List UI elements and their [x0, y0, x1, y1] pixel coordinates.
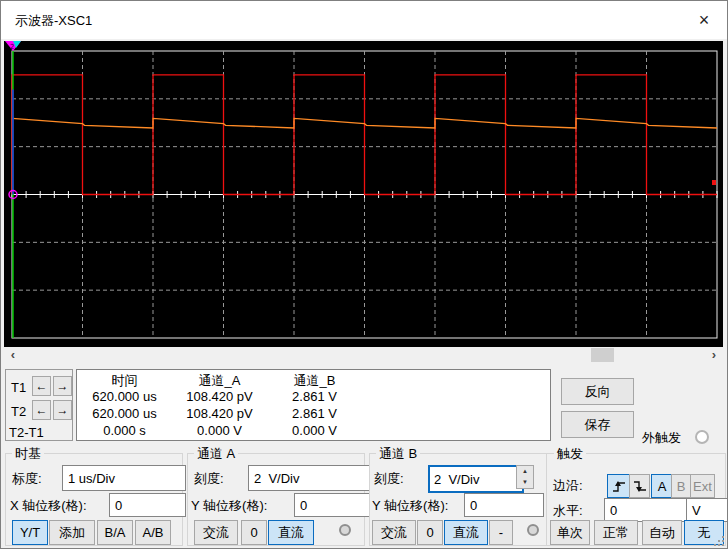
reverse-button[interactable]: 反向	[561, 378, 634, 405]
scope-svg: 2	[4, 41, 723, 347]
channel-b-title: 通道 B	[376, 445, 420, 463]
channel-b-dc-button[interactable]: 直流	[444, 520, 488, 545]
t2-channel-b: 2.861 V	[267, 406, 362, 423]
trigger-source-a-button[interactable]: A	[651, 474, 673, 498]
trigger-level-unit-select[interactable]: V	[686, 498, 728, 522]
t1-channel-a: 108.420 pV	[172, 389, 267, 406]
trigger-title: 触发	[554, 445, 586, 463]
trigger-level-input[interactable]: 0	[604, 498, 692, 522]
scope-scrollbar[interactable]: ‹ ›	[4, 347, 723, 364]
ext-trigger-terminal[interactable]	[695, 430, 709, 444]
t1-channel-b: 2.861 V	[267, 389, 362, 406]
trigger-auto-button[interactable]: 自动	[642, 520, 682, 545]
timebase-mode-ba-button[interactable]: B/A	[97, 520, 133, 545]
ext-trigger-label: 外触发	[642, 429, 681, 447]
trace-a-right-marker	[712, 180, 716, 185]
diff-channel-a: 0.000 V	[172, 423, 267, 440]
timebase-group: 时基 标度: 1 us/Div X 轴位移(格): 0 Y/T 添加 B/A A…	[5, 453, 183, 546]
timebase-xpos-input[interactable]: 0	[109, 493, 186, 517]
cursor-diff-label: T2-T1	[9, 425, 44, 440]
t2-left-button[interactable]: ←	[32, 400, 51, 420]
channel-b-scale-spinner[interactable]: ▲ ▼	[516, 465, 534, 489]
scroll-right-icon[interactable]: ›	[707, 348, 721, 362]
trigger-rising-edge-button[interactable]	[607, 474, 630, 498]
trigger-source-b-button[interactable]: B	[671, 474, 691, 498]
spinner-up-icon[interactable]: ▲	[517, 466, 533, 477]
t2-right-button[interactable]: →	[53, 400, 72, 420]
channel-a-scale-label: 刻度:	[194, 470, 224, 488]
t1-left-button[interactable]: ←	[32, 376, 51, 396]
channel-a-zero-button[interactable]: 0	[241, 520, 267, 545]
scope-display[interactable]: 2	[4, 41, 723, 347]
timebase-mode-ab-button[interactable]: A/B	[135, 520, 171, 545]
trace-channel-a	[12, 75, 717, 195]
resize-grip[interactable]	[713, 535, 725, 547]
timebase-xpos-label: X 轴位移(格):	[10, 497, 87, 515]
channel-b-group: 通道 B 刻度: 2 V/Div ▲ ▼ Y 轴位移(格): 0 交流 0 直流…	[369, 453, 547, 546]
trigger-edge-label: 边沿:	[553, 477, 583, 495]
channel-b-ypos-input[interactable]: 0	[464, 493, 544, 517]
col-channel-b: 通道_B	[267, 372, 362, 389]
channel-a-ypos-input[interactable]: 0	[294, 493, 371, 517]
t2-time: 620.000 us	[77, 406, 172, 423]
cursor-t2-label: T2	[11, 404, 26, 419]
readout-row-diff: 0.000 s 0.000 V 0.000 V	[77, 423, 550, 440]
cursor-t1-label: T1	[11, 380, 26, 395]
timebase-scale-label: 标度:	[12, 470, 42, 488]
window-title: 示波器-XSC1	[15, 12, 92, 30]
oscilloscope-window: 示波器-XSC1 × 2 ‹ › T1 ← → T2 ← → T2-T1 时间 …	[0, 0, 728, 549]
cursor-badge: 2	[10, 43, 14, 51]
channel-a-ac-button[interactable]: 交流	[194, 520, 238, 545]
trigger-normal-button[interactable]: 正常	[594, 520, 638, 545]
channel-a-title: 通道 A	[194, 445, 238, 463]
cursor-panel: T1 ← → T2 ← → T2-T1	[5, 369, 73, 441]
spinner-down-icon[interactable]: ▼	[517, 477, 533, 488]
timebase-mode-yt-button[interactable]: Y/T	[12, 520, 48, 545]
readout-row-t1: 620.000 us 108.420 pV 2.861 V	[77, 389, 550, 406]
channel-a-scale-input[interactable]: 2 V/Div	[248, 465, 371, 491]
close-icon[interactable]: ×	[689, 8, 719, 33]
readout-row-t2: 620.000 us 108.420 pV 2.861 V	[77, 406, 550, 423]
diff-time: 0.000 s	[77, 423, 172, 440]
rising-edge-icon	[612, 479, 626, 493]
t2-channel-a: 108.420 pV	[172, 406, 267, 423]
channel-a-dc-button[interactable]: 直流	[268, 520, 314, 545]
falling-edge-icon	[633, 479, 647, 493]
t1-time: 620.000 us	[77, 389, 172, 406]
scroll-left-icon[interactable]: ‹	[6, 348, 20, 362]
timebase-scale-input[interactable]: 1 us/Div	[62, 465, 186, 491]
channel-b-minus-button[interactable]: -	[489, 520, 513, 545]
readout-table: 时间 通道_A 通道_B 620.000 us 108.420 pV 2.861…	[76, 369, 551, 441]
col-time: 时间	[77, 372, 172, 389]
trigger-level-label: 水平:	[553, 502, 583, 520]
trigger-group: 触发 边沿: A B Ext 水平: 0 V 单次 正常 自动 无	[546, 453, 726, 546]
col-channel-a: 通道_A	[172, 372, 267, 389]
channel-b-terminal[interactable]	[527, 524, 539, 536]
scrollbar-thumb[interactable]	[591, 348, 614, 362]
diff-channel-b: 0.000 V	[267, 423, 362, 440]
title-bar[interactable]: 示波器-XSC1 ×	[1, 1, 727, 39]
channel-b-zero-button[interactable]: 0	[417, 520, 443, 545]
channel-b-ac-button[interactable]: 交流	[372, 520, 416, 545]
t1-right-button[interactable]: →	[53, 376, 72, 396]
channel-b-scale-label: 刻度:	[374, 470, 404, 488]
timebase-title: 时基	[12, 445, 44, 463]
channel-a-group: 通道 A 刻度: 2 V/Div Y 轴位移(格): 0 交流 0 直流	[187, 453, 365, 546]
readout-header-row: 时间 通道_A 通道_B	[77, 372, 550, 389]
timebase-mode-add-button[interactable]: 添加	[49, 520, 95, 545]
channel-b-ypos-label: Y 轴位移(格):	[372, 497, 448, 515]
trigger-source-ext-button[interactable]: Ext	[690, 474, 715, 498]
channel-b-scale-input[interactable]: 2 V/Div	[428, 465, 524, 493]
channel-a-terminal[interactable]	[339, 524, 351, 536]
save-button[interactable]: 保存	[561, 411, 634, 438]
channel-a-ypos-label: Y 轴位移(格):	[191, 497, 267, 515]
trigger-single-button[interactable]: 单次	[550, 520, 590, 545]
trigger-falling-edge-button[interactable]	[629, 474, 650, 498]
